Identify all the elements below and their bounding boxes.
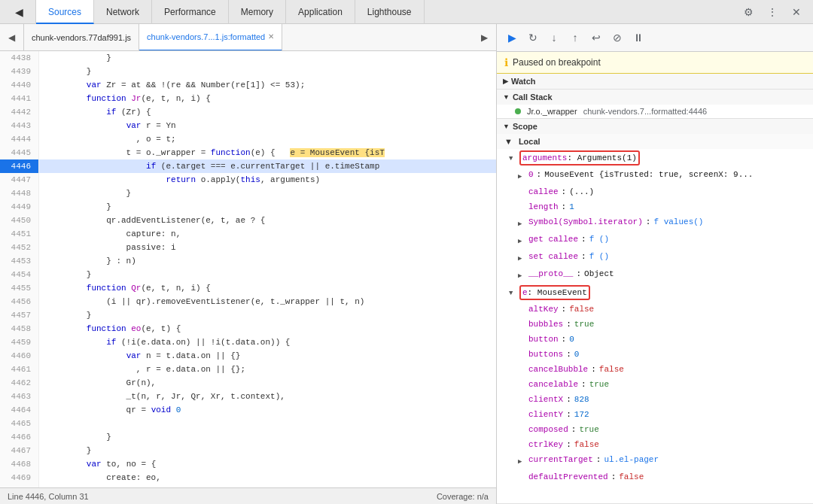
scope-defaultPrevented: defaultPrevented: false	[497, 469, 813, 484]
scope-header[interactable]: ▼ Scope	[497, 119, 813, 134]
debugger-panel: ▶ ↻ ↓ ↑ ↩ ⊘ ⏸ ℹ Paused on breakpoint ▶ W…	[497, 24, 813, 504]
callstack-fn-0: Jr.o._wrapper	[527, 107, 577, 116]
scope-currentTarget[interactable]: ▶ currentTarget: ul.el-pager	[497, 452, 813, 469]
status-coverage: Coverage: n/a	[437, 492, 489, 501]
file-tab-back[interactable]: ◀	[0, 24, 24, 51]
code-line: 4456 (i || qr).removeEventListener(e, t.…	[0, 295, 496, 308]
scope-section: ▼ Scope ▼ Local ▼ arguments: Arguments(1…	[497, 119, 813, 504]
code-line: 4445 t = o._wrapper = function(e) { e = …	[0, 146, 496, 159]
resume-btn[interactable]: ▶	[503, 29, 521, 47]
code-line: 4447 return o.apply(this, arguments)	[0, 173, 496, 187]
scope-button: button: 0	[497, 332, 813, 347]
settings-icon[interactable]: ⚙	[738, 2, 759, 23]
scope-arrow: ▼	[503, 123, 510, 130]
code-line: 4444 , o = t;	[0, 132, 496, 146]
watch-section: ▶ Watch	[497, 74, 813, 90]
code-line: 4438 }	[0, 51, 496, 65]
local-arrow: ▼	[504, 135, 513, 147]
deactivate-btn[interactable]: ⊘	[608, 29, 626, 47]
file-tab-close-1[interactable]: ✕	[268, 32, 274, 41]
scope-clientX: clientX: 828	[497, 392, 813, 407]
scope-arg-0[interactable]: ▶ 0: MouseEvent {isTrusted: true, screen…	[497, 167, 813, 184]
code-line: 4462 Gr(n),	[0, 376, 496, 390]
tab-application[interactable]: Application	[286, 0, 355, 24]
scope-set-callee[interactable]: ▶ set callee: f ()	[497, 249, 813, 266]
code-line: 4466 }	[0, 430, 496, 444]
scope-proto-args[interactable]: ▶ __proto__: Object	[497, 266, 813, 284]
step-over-btn[interactable]: ↻	[524, 29, 542, 47]
code-line: 4463 _t(n, r, Jr, Qr, Xr, t.context),	[0, 390, 496, 403]
scope-composed: composed: true	[497, 422, 813, 437]
code-line: 4469 create: eo,	[0, 471, 496, 484]
scope-clientY: clientY: 172	[497, 407, 813, 422]
step-out-btn[interactable]: ↑	[566, 29, 584, 47]
file-tab-label-0: chunk-vendors.77daf991.js	[32, 33, 131, 42]
scope-arguments[interactable]: ▼ arguments: Arguments(1)	[497, 149, 813, 167]
callstack-section: ▼ Call Stack Jr.o._wrapper chunk-vendors…	[497, 90, 813, 119]
code-line: 4465	[0, 417, 496, 430]
code-line-active: 4446 if (e.target === e.currentTarget ||…	[0, 159, 496, 173]
paused-banner: ℹ Paused on breakpoint	[497, 52, 813, 74]
code-line: 4439 }	[0, 65, 496, 78]
more-icon[interactable]: ⋮	[762, 2, 783, 23]
local-label: ▼ Local	[497, 134, 813, 149]
tab-network[interactable]: Network	[94, 0, 152, 24]
scope-altKey: altKey: false	[497, 302, 813, 317]
step-into-btn[interactable]: ↓	[545, 29, 563, 47]
debugger-toolbar: ▶ ↻ ↓ ↑ ↩ ⊘ ⏸	[497, 24, 813, 52]
scope-get-callee[interactable]: ▶ get callee: f ()	[497, 232, 813, 249]
scope-content[interactable]: ▼ Local ▼ arguments: Arguments(1) ▶ 0: M…	[497, 134, 813, 484]
code-line: 4461 , r = e.data.on || {};	[0, 363, 496, 376]
code-panel: ◀ chunk-vendors.77daf991.js chunk-vendor…	[0, 24, 497, 504]
tab-performance[interactable]: Performance	[152, 0, 229, 24]
code-line: 4460 var n = t.data.on || {}	[0, 349, 496, 363]
code-line: 4451 capture: n,	[0, 227, 496, 241]
code-line: 4457 }	[0, 308, 496, 322]
file-tab-0[interactable]: chunk-vendors.77daf991.js	[24, 24, 139, 51]
info-icon: ℹ	[504, 56, 508, 68]
file-tab-more[interactable]: ▶	[472, 24, 496, 51]
tab-elements[interactable]: ◀	[3, 0, 36, 24]
callstack-loc-0: chunk-vendors.7...formatted:4446	[583, 107, 707, 116]
scope-callee: callee: (...)	[497, 184, 813, 199]
code-line: 4448 }	[0, 187, 496, 200]
watch-header[interactable]: ▶ Watch	[497, 74, 813, 89]
status-position: Line 4446, Column 31	[8, 492, 89, 501]
code-line: 4441 function Jr(e, t, n, i) {	[0, 92, 496, 105]
close-icon[interactable]: ✕	[786, 2, 807, 23]
step-btn[interactable]: ↩	[587, 29, 605, 47]
code-line: 4468 var to, no = {	[0, 457, 496, 471]
callstack-header[interactable]: ▼ Call Stack	[497, 90, 813, 105]
scope-e[interactable]: ▼ e: MouseEvent	[497, 284, 813, 302]
scope-cancelBubble: cancelBubble: false	[497, 362, 813, 377]
watch-arrow: ▶	[503, 77, 508, 85]
scope-buttons: buttons: 0	[497, 347, 813, 362]
main-layout: ◀ chunk-vendors.77daf991.js chunk-vendor…	[0, 24, 813, 504]
status-bar: Line 4446, Column 31 Coverage: n/a	[0, 487, 496, 504]
code-line: 4452 passive: i	[0, 241, 496, 254]
code-line: 4443 var r = Yn	[0, 119, 496, 132]
file-tab-label-1: chunk-vendors.7...1.js:formatted	[147, 32, 265, 41]
callstack-dot	[515, 108, 521, 114]
toolbar-icons: ⚙ ⋮ ✕	[738, 2, 813, 23]
code-line: 4464 qr = void 0	[0, 403, 496, 417]
code-line: 4467 }	[0, 444, 496, 457]
tab-memory[interactable]: Memory	[229, 0, 286, 24]
code-line: 4440 var Zr = at && !(re && Number(re[1]…	[0, 78, 496, 92]
tab-sources[interactable]: Sources	[36, 0, 94, 24]
scope-ctrlKey: ctrlKey: false	[497, 437, 813, 452]
code-line: 4442 if (Zr) {	[0, 105, 496, 119]
code-area[interactable]: 4438 } 4439 } 4440 var Zr = at && !(re &…	[0, 51, 496, 487]
file-tab-1[interactable]: chunk-vendors.7...1.js:formatted ✕	[139, 24, 282, 51]
scope-bubbles: bubbles: true	[497, 317, 813, 332]
code-line: 4450 qr.addEventListener(e, t, ae ? {	[0, 214, 496, 227]
callstack-item-0[interactable]: Jr.o._wrapper chunk-vendors.7...formatte…	[497, 105, 813, 118]
code-line: 4449 }	[0, 200, 496, 214]
paused-label: Paused on breakpoint	[513, 57, 601, 68]
scope-cancelable: cancelable: true	[497, 377, 813, 392]
tab-lighthouse[interactable]: Lighthouse	[355, 0, 425, 24]
code-line: 4453 } : n)	[0, 254, 496, 268]
top-tab-bar: ◀ Sources Network Performance Memory App…	[0, 0, 813, 24]
scope-symbol-iterator[interactable]: ▶ Symbol(Symbol.iterator): f values()	[497, 214, 813, 232]
pause-exceptions-btn[interactable]: ⏸	[629, 29, 647, 47]
